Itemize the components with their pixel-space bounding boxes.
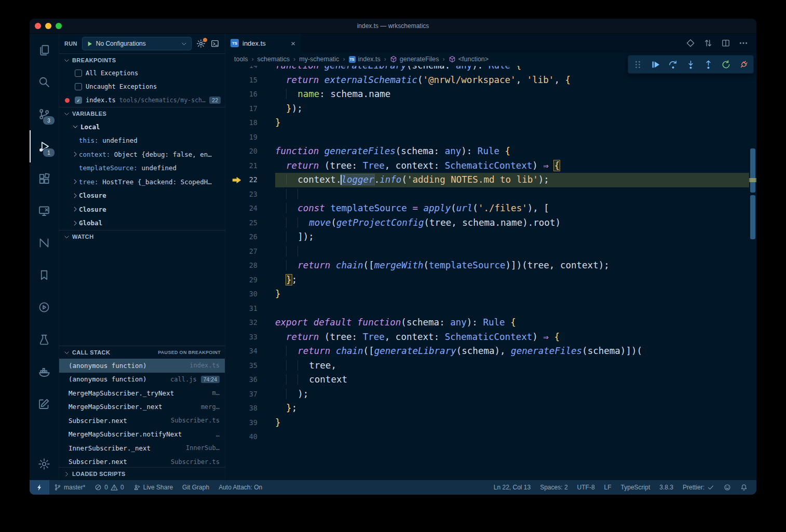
call-stack-frame[interactable]: (anonymous function)index.ts	[59, 359, 225, 373]
overview-ruler[interactable]	[749, 66, 756, 480]
breakpoint-item[interactable]: Uncaught Exceptions	[59, 80, 225, 93]
breadcrumb-item-generatefiles[interactable]: generateFiles	[390, 56, 439, 63]
status-git-branch[interactable]: master*	[49, 480, 90, 495]
activity-item-nx-console[interactable]	[30, 227, 59, 259]
breakpoints-header[interactable]: BREAKPOINTS	[59, 53, 225, 66]
call-stack-frame[interactable]: MergeMapSubscriber.notifyNext…	[59, 428, 225, 442]
variable-scope-closure[interactable]: Closure	[59, 202, 225, 216]
call-stack-frame[interactable]: (anonymous function)call.js74:24	[59, 373, 225, 387]
gutter-line-37[interactable]: 37	[225, 387, 275, 402]
gutter-line-33[interactable]: 33	[225, 330, 275, 345]
activity-item-testing[interactable]	[30, 323, 59, 356]
gutter-line-35[interactable]: 35	[225, 359, 275, 373]
configure-launch-button[interactable]	[196, 39, 206, 48]
breakpoint-checkbox[interactable]	[75, 83, 82, 90]
gutter-line-28[interactable]: 28	[225, 258, 275, 273]
gutter-line-40[interactable]: 40	[225, 430, 275, 444]
status-ts-version[interactable]: 3.8.3	[655, 480, 678, 495]
debug-step-into-button[interactable]	[686, 60, 696, 70]
status-problems[interactable]: 00	[90, 480, 128, 495]
compare-changes-button[interactable]	[703, 38, 713, 48]
variables-header[interactable]: VARIABLES	[59, 107, 225, 120]
activity-item-settings[interactable]	[30, 448, 59, 480]
watch-header[interactable]: WATCH	[59, 230, 225, 243]
status-auto-attach[interactable]: Auto Attach: On	[214, 480, 267, 495]
status-cursor-position[interactable]: Ln 22, Col 13	[489, 480, 535, 495]
call-stack-frame[interactable]: MergeMapSubscriber._nextmerg…	[59, 400, 225, 414]
call-stack-frame[interactable]: InnerSubscriber._nextInnerSub…	[59, 441, 225, 455]
debug-restart-button[interactable]	[721, 60, 731, 70]
gutter-line-26[interactable]: 26	[225, 230, 275, 244]
more-actions-button[interactable]	[739, 38, 748, 48]
gutter-line-25[interactable]: 25	[225, 216, 275, 230]
breadcrumb-item-indexts[interactable]: TSindex.ts	[349, 56, 381, 63]
breadcrumb-item-schematics[interactable]: schematics	[258, 56, 290, 63]
gutter-line-19[interactable]: 19	[225, 130, 275, 145]
variables-scope-local[interactable]: Local	[59, 120, 225, 134]
debug-continue-button[interactable]	[651, 60, 660, 70]
activity-item-extensions[interactable]	[30, 162, 59, 195]
variable-row-this[interactable]: this: undefined	[59, 134, 225, 148]
activity-item-source-control[interactable]: 3	[30, 98, 59, 130]
gutter-line-38[interactable]: 38	[225, 401, 275, 416]
gutter-line-21[interactable]: 21	[225, 159, 275, 173]
breakpoint-checkbox[interactable]	[75, 70, 82, 77]
close-tab-button[interactable]: ×	[291, 39, 295, 48]
activity-item-run-and-debug[interactable]: 1	[30, 130, 59, 162]
gutter-line-20[interactable]: 20	[225, 144, 275, 159]
activity-item-bookmarks[interactable]	[30, 259, 59, 291]
gutter-line-24[interactable]: 24	[225, 201, 275, 216]
status-language-mode[interactable]: TypeScript	[616, 480, 655, 495]
debug-disconnect-button[interactable]	[739, 60, 749, 70]
activity-item-remote-explorer[interactable]	[30, 195, 59, 227]
activity-item-search[interactable]	[30, 66, 59, 98]
variable-scope-global[interactable]: Global	[59, 216, 225, 230]
activity-item-notes[interactable]	[30, 388, 59, 420]
breakpoint-item[interactable]: All Exceptions	[59, 66, 225, 80]
status-encoding[interactable]: UTF-8	[573, 480, 600, 495]
status-live-share[interactable]: Live Share	[129, 480, 178, 495]
gutter-line-23[interactable]: 23	[225, 187, 275, 202]
variable-row-templateSource[interactable]: templateSource: undefined	[59, 161, 225, 175]
gutter-line-32[interactable]: 32	[225, 316, 275, 330]
open-debug-console-button[interactable]	[210, 39, 220, 48]
gutter-line-36[interactable]: 36	[225, 373, 275, 387]
variable-row-tree[interactable]: tree: HostTree {_backend: ScopedH…	[59, 175, 225, 189]
gutter-line-22[interactable]: 22	[225, 173, 275, 187]
breakpoint-checkbox[interactable]: ✓	[75, 97, 82, 104]
gutter-line-27[interactable]: 27	[225, 244, 275, 259]
breadcrumb-item-tools[interactable]: tools	[234, 56, 248, 63]
status-eol[interactable]: LF	[600, 480, 616, 495]
close-window-button[interactable]	[35, 23, 41, 29]
loaded-scripts-header[interactable]: LOADED SCRIPTS	[59, 467, 225, 480]
breadcrumb-item-function[interactable]: <function>	[449, 56, 489, 63]
debug-config-dropdown[interactable]: No Configurations	[82, 37, 192, 50]
minimize-window-button[interactable]	[45, 23, 51, 29]
call-stack-header[interactable]: CALL STACK PAUSED ON BREAKPOINT	[59, 346, 225, 359]
status-remote-indicator[interactable]	[30, 480, 49, 495]
gutter-line-34[interactable]: 34	[225, 344, 275, 359]
gutter-line-14[interactable]: 14	[225, 66, 275, 73]
breadcrumb-item-myschematic[interactable]: my-schematic	[299, 56, 339, 63]
activity-item-live-share[interactable]	[30, 291, 59, 323]
gutter-line-39[interactable]: 39	[225, 416, 275, 430]
variable-scope-closure[interactable]: Closure	[59, 189, 225, 203]
open-changes-button[interactable]	[686, 38, 695, 48]
debug-drag-button[interactable]	[633, 60, 643, 70]
gutter-line-31[interactable]: 31	[225, 302, 275, 316]
status-notifications[interactable]	[736, 480, 752, 495]
gutter-line-18[interactable]: 18	[225, 116, 275, 130]
tab-index-ts[interactable]: TS index.ts ×	[225, 34, 301, 52]
status-git-graph[interactable]: Git Graph	[178, 480, 214, 495]
call-stack-frame[interactable]: Subscriber.nextSubscriber.ts	[59, 414, 225, 428]
gutter-line-29[interactable]: 29	[225, 273, 275, 288]
zoom-window-button[interactable]	[56, 23, 62, 29]
gutter-line-17[interactable]: 17	[225, 102, 275, 116]
split-editor-button[interactable]	[721, 38, 730, 48]
call-stack-frame[interactable]: MergeMapSubscriber._tryNextm…	[59, 386, 225, 400]
breakpoint-item[interactable]: ✓index.tstools/schematics/my-sch…22	[59, 93, 225, 107]
call-stack-frame[interactable]: Subscriber.nextSubscriber.ts	[59, 455, 225, 468]
status-indentation[interactable]: Spaces: 2	[535, 480, 572, 495]
status-prettier[interactable]: Prettier:	[678, 480, 719, 495]
start-debugging-icon[interactable]	[86, 40, 93, 47]
